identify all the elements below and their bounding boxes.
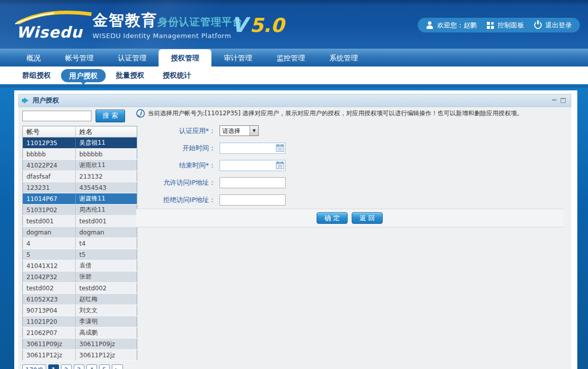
page-button[interactable]: 5: [99, 364, 110, 369]
table-row[interactable]: 123231 4354543: [23, 182, 137, 193]
table-row[interactable]: dfasfsaf 213132: [23, 171, 137, 182]
arrow-right-icon: [24, 97, 32, 104]
cell-account: 30611P12jz: [23, 350, 76, 361]
minimize-icon[interactable]: [552, 99, 556, 100]
sub-nav-tabs: 群组授权用户授权批量授权授权统计: [0, 66, 588, 84]
column-header-name: 姓名: [76, 126, 137, 138]
cell-name: 赵红梅: [76, 294, 137, 305]
page-button[interactable]: 2: [61, 364, 72, 369]
auth-app-select[interactable]: 请选择 ▼: [220, 125, 259, 136]
logo-swoosh-icon: [14, 7, 96, 24]
page-button[interactable]: >: [112, 364, 123, 369]
table-row[interactable]: 5 t5: [23, 249, 137, 260]
table-row[interactable]: 30611P09jz 30611P09jz: [23, 339, 137, 350]
allow-ip-input[interactable]: [220, 177, 286, 188]
control-panel-link[interactable]: 控制面板: [498, 21, 524, 30]
table-row[interactable]: 11014P67 谢霆锋11: [23, 193, 137, 205]
brand-name-en: WISEDU Identity Management Platform: [92, 32, 243, 40]
table-row[interactable]: 61052X23 赵红梅: [23, 294, 137, 305]
subnav-tab[interactable]: 授权统计: [154, 66, 199, 84]
deny-ip-label: 拒绝访问IP地址：: [136, 195, 220, 205]
subnav-tab[interactable]: 批量授权: [108, 66, 152, 84]
info-icon: i: [136, 109, 145, 118]
subnav-tab[interactable]: 用户授权: [61, 69, 106, 82]
deny-ip-input[interactable]: [220, 194, 286, 206]
logout-link[interactable]: 退出登录: [545, 21, 572, 30]
user-toolbar: 欢迎您：赵鹏 控制面板 退出登录: [418, 18, 580, 32]
table-row[interactable]: 41022P24 谢雨欣11: [23, 160, 137, 171]
cell-name: bbbbbb: [76, 149, 137, 160]
power-icon: [534, 21, 542, 29]
page-button[interactable]: 1: [48, 364, 59, 369]
cell-account: 90713P04: [23, 305, 76, 316]
table-row[interactable]: bbbbb bbbbbb: [23, 149, 137, 160]
table-row[interactable]: testd002 testd002: [23, 283, 137, 294]
cell-name: 吴彦祖11: [76, 138, 137, 149]
auth-app-label: 认证应用*：: [136, 126, 220, 136]
main-navbar: 概况帐号管理认证管理授权管理审计管理监控管理系统管理: [0, 49, 588, 66]
cell-account: testd001: [23, 216, 76, 227]
cell-account: 11014P67: [23, 193, 76, 205]
info-message: 当前选择用户帐号为:[11012P35] 选择对应用户，展示对应用户的授权，对应…: [148, 109, 523, 118]
cell-name: 30611P12jz: [76, 350, 137, 361]
table-row[interactable]: 90713P04 刘文文: [23, 305, 137, 316]
nav-tab[interactable]: 监控管理: [264, 49, 317, 67]
version-letter: V: [231, 13, 247, 37]
table-row[interactable]: 21042P32 张碧: [23, 272, 137, 283]
page-button[interactable]: 3: [74, 364, 84, 369]
chevron-down-icon: ▼: [250, 126, 258, 136]
panel-header: 用户授权: [18, 94, 571, 107]
calendar-icon[interactable]: [276, 161, 284, 171]
column-header-account: 帐号: [23, 126, 76, 138]
search-button[interactable]: 搜 索: [96, 110, 125, 122]
user-icon: [426, 21, 434, 29]
cell-account: 41022P24: [23, 160, 76, 171]
calendar-icon[interactable]: [276, 144, 284, 154]
table-row[interactable]: 21062P07 高成鹏: [23, 327, 137, 339]
back-button[interactable]: 返 回: [352, 212, 383, 224]
nav-tab[interactable]: 系统管理: [317, 49, 370, 67]
maximize-icon[interactable]: [561, 98, 566, 103]
table-row[interactable]: 51031P02 周杰伦11: [23, 205, 137, 216]
end-time-label: 结束时间*：: [136, 161, 220, 170]
nav-tab[interactable]: 概况: [14, 49, 53, 67]
table-row[interactable]: 11021P20 李潇明: [23, 316, 137, 327]
cell-account: 123231: [23, 182, 76, 193]
cell-account: 5: [23, 249, 76, 260]
table-row[interactable]: dogman dogman: [23, 227, 137, 238]
subnav-tab[interactable]: 群组授权: [14, 66, 59, 84]
table-row[interactable]: 41041X12 袁倩: [23, 260, 137, 272]
nav-tab[interactable]: 审计管理: [211, 49, 264, 67]
panel-body: 搜 索 帐号 姓名 11012P35 吴彦祖11: [18, 107, 571, 369]
pagination: 170/912345>: [22, 364, 137, 369]
table-row[interactable]: 30611P12jz 30611P12jz: [23, 350, 137, 361]
cell-name: dogman: [76, 227, 137, 238]
nav-tab[interactable]: 授权管理: [159, 49, 211, 67]
nav-tab[interactable]: 帐号管理: [53, 49, 106, 67]
cell-name: t4: [76, 238, 137, 249]
cell-account: dogman: [23, 227, 76, 238]
cell-name: 李潇明: [76, 316, 137, 327]
search-input[interactable]: [22, 111, 91, 121]
page-button[interactable]: 170/9: [22, 364, 46, 369]
sub-navbar: 群组授权用户授权批量授权授权统计: [0, 66, 588, 84]
nav-tab[interactable]: 认证管理: [106, 49, 159, 67]
cell-name: t5: [76, 249, 137, 260]
cell-account: testd002: [23, 283, 76, 294]
table-header-row: 帐号 姓名: [23, 126, 137, 138]
table-row[interactable]: testd001 testd001: [23, 216, 137, 227]
welcome-text: 欢迎您：赵鹏: [437, 21, 477, 30]
brand-subtitle-cn: 身份认证管理平台: [158, 16, 243, 28]
content-container: 用户授权 搜 索 帐号 姓名: [14, 90, 577, 369]
brand-block: 金智教育身份认证管理平台 WISEDU Identity Management …: [92, 10, 243, 40]
confirm-button[interactable]: 确 定: [317, 212, 348, 224]
auth-app-selected-value: 请选择: [220, 126, 250, 136]
cell-account: 11012P35: [23, 138, 76, 149]
cell-account: 11021P20: [23, 316, 76, 327]
version-number: 5.0: [250, 14, 284, 37]
table-row[interactable]: 11012P35 吴彦祖11: [23, 138, 137, 149]
main-nav-tabs: 概况帐号管理认证管理授权管理审计管理监控管理系统管理: [0, 49, 588, 67]
start-time-label: 开始时间：: [136, 144, 220, 153]
table-row[interactable]: 4 t4: [23, 238, 137, 249]
page-button[interactable]: 4: [86, 364, 97, 369]
